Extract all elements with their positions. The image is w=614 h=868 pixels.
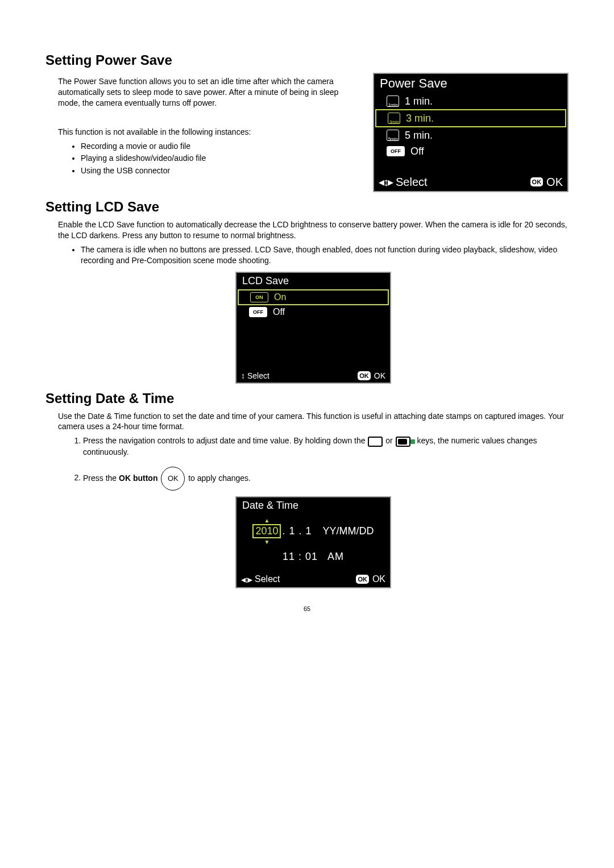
clock-1min-icon: 1min [387, 95, 399, 107]
page-number: 65 [45, 605, 569, 612]
date-line: 2010 . 1 . 1 YY/MM/DD [242, 524, 384, 538]
lcd-option: 1min 1 min. [374, 93, 567, 109]
year-field-selected: 2010 [252, 524, 281, 538]
nav-arrows-icon: ◂↕▸ [379, 175, 392, 189]
lcd-option: OFF Off [374, 143, 567, 159]
powersave-bullet: Using the USB connector [81, 165, 362, 176]
lcd-date-time: Date & Time 2010 . 1 . 1 YY/MM/DD 11 : 0… [235, 496, 391, 588]
datetime-step: Press the OK button OK to apply changes. [83, 467, 569, 491]
display-key-icon [368, 437, 383, 447]
lcd-option-label: 1 min. [405, 95, 433, 107]
nav-arrows-icon: ◂↕▸ [241, 574, 251, 585]
datetime-step: Press the navigation controls to adjust … [83, 435, 569, 457]
powersave-para1: The Power Save function allows you to se… [58, 76, 362, 109]
lcd-option-label: Off [410, 146, 424, 157]
ok-pill-icon: OK [356, 575, 369, 584]
lcd-footer-ok: OK [374, 371, 385, 380]
lcd-option: 5min 5 min. [374, 127, 567, 143]
heading-date-time: Setting Date & Time [45, 391, 569, 406]
lcd-lcd-save: LCD Save ON On OFF Off ↕ Select OK OK [235, 272, 391, 384]
clock-5min-icon: 5min [387, 130, 399, 141]
lcd-option-label: 5 min. [405, 130, 433, 142]
lcd-option: OFF Off [237, 305, 390, 319]
lcd-option-selected: 3min 3 min. [375, 109, 566, 127]
nav-updown-icon: ↕ [241, 371, 244, 380]
time-line: 11 : 01 AM [242, 551, 384, 563]
datetime-para1: Use the Date & Time function to set the … [58, 411, 569, 433]
on-icon: ON [250, 292, 268, 302]
off-icon: OFF [249, 307, 267, 317]
lcd-title: Date & Time [237, 497, 390, 514]
month-value: 1 [289, 525, 295, 537]
lcdsave-para1: Enable the LCD Save function to automati… [58, 219, 569, 241]
lcdsave-bullet: The camera is idle when no buttons are p… [81, 244, 569, 266]
powersave-bullet: Playing a slideshow/video/audio file [81, 153, 362, 164]
lcd-title: LCD Save [237, 273, 390, 289]
lcd-footer-ok: OK [546, 176, 563, 189]
lcd-option-label: Off [273, 307, 285, 317]
lcd-footer-select: Select [247, 371, 269, 380]
clock-3min-icon: 3min [388, 113, 400, 124]
green-indicator-icon [410, 439, 415, 444]
off-icon: OFF [387, 146, 405, 156]
heading-power-save: Setting Power Save [45, 52, 569, 68]
lcd-footer-select: Select [396, 176, 428, 189]
powersave-para2: This function is not available in the fo… [58, 127, 362, 138]
ok-pill-icon: OK [358, 371, 371, 380]
lcd-option-selected: ON On [238, 289, 389, 305]
face-key-icon [396, 437, 410, 447]
lcd-option-label: On [274, 292, 286, 302]
powersave-bullet: Recording a movie or audio file [81, 141, 362, 152]
ok-button-icon: OK [161, 467, 185, 491]
lcd-footer-ok: OK [372, 574, 385, 584]
lcd-title: Power Save [374, 74, 567, 93]
heading-lcd-save: Setting LCD Save [45, 199, 569, 215]
lcd-power-save: Power Save 1min 1 min. 3min 3 min. 5min … [373, 73, 569, 192]
ok-pill-icon: OK [530, 177, 544, 186]
lcd-footer-select: Select [255, 574, 280, 584]
day-value: 1 [306, 525, 312, 537]
date-format: YY/MM/DD [323, 525, 374, 537]
lcd-option-label: 3 min. [406, 113, 434, 124]
